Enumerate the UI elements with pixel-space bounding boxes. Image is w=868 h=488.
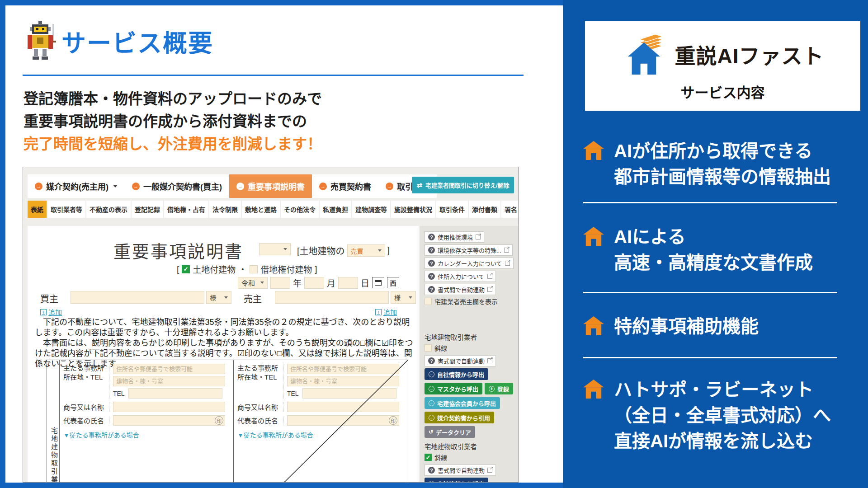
help-environment-button[interactable]: 使用推奨環境 bbox=[425, 231, 484, 243]
representative-label: 代表者の氏名 bbox=[63, 416, 109, 425]
app-screenshot: 媒介契約(売主用) 一般媒介契約書(買主) 重要事項説明書 売買契約書 取引台帳… bbox=[23, 167, 519, 483]
month-input[interactable] bbox=[304, 277, 324, 289]
feature-line: 直接AIが情報を流し込む bbox=[614, 428, 831, 454]
subtab-torihiki-joken[interactable]: 取引条件 bbox=[436, 201, 468, 218]
circle-arrow-icon bbox=[319, 183, 327, 190]
association-member-recall-button[interactable]: 宅建協会会員から呼出 bbox=[425, 397, 500, 409]
show-seller-column-row: 宅建業者売主欄を表示 bbox=[425, 297, 514, 306]
swap-arrows-icon: ⇄ bbox=[416, 181, 422, 189]
subtab-torihiki-gyosha[interactable]: 取引業者等 bbox=[47, 201, 85, 218]
year-input[interactable] bbox=[270, 277, 290, 289]
era-select[interactable]: 令和 bbox=[238, 277, 268, 289]
diagonal-row-2: 斜線 bbox=[425, 453, 514, 461]
buyer-name-input[interactable] bbox=[71, 291, 204, 304]
address-input[interactable] bbox=[287, 364, 399, 374]
dealer-transaction-switch-button[interactable]: ⇄ 宅建業者間取引に切り替え/解除 bbox=[412, 177, 514, 193]
subtab-fudosan-hyoji[interactable]: 不動産の表示 bbox=[86, 201, 131, 218]
add-buyer-link[interactable]: 追加 bbox=[40, 307, 62, 317]
help-address-button[interactable]: 住所入力について bbox=[425, 271, 496, 282]
diagonal-label: 斜線 bbox=[434, 343, 447, 352]
question-icon bbox=[428, 273, 435, 280]
tab-baibai-keiyaku[interactable]: 売買契約書 bbox=[312, 174, 378, 198]
building-input[interactable] bbox=[287, 376, 399, 386]
doc-title-select[interactable] bbox=[259, 243, 291, 255]
diagonal-checkbox-2[interactable] bbox=[425, 454, 432, 461]
broker-side-label: 宅地建物取引業者 bbox=[49, 427, 59, 483]
feature-line: ハトサポ・ラビーネット bbox=[614, 377, 831, 403]
recall-icon bbox=[429, 400, 434, 406]
leasehold-building-checkbox[interactable] bbox=[250, 265, 258, 273]
help-special-chars-button[interactable]: 環境依存文字等の特殊... bbox=[425, 244, 513, 256]
western-calendar-button[interactable]: 西 bbox=[387, 277, 399, 288]
help-calendar-button[interactable]: カレンダー入力について bbox=[425, 258, 514, 269]
day-input[interactable] bbox=[338, 277, 358, 289]
button-label: 登録 bbox=[497, 385, 509, 393]
add-seller-link[interactable]: 追加 bbox=[375, 307, 397, 317]
building-type-row: [ 土地付建物 ・ 借地権付建物 ] bbox=[177, 263, 317, 275]
subtab-hyoshi[interactable]: 表紙 bbox=[28, 201, 47, 218]
company-info-recall-button[interactable]: 自社情報から呼出 bbox=[425, 368, 488, 380]
plus-icon bbox=[489, 386, 495, 392]
representative-input[interactable] bbox=[113, 415, 225, 426]
feature-item-4: ハトサポ・ラビーネット （全日・全卓書式対応）へ 直接AIが情報を流し込む bbox=[583, 377, 831, 454]
subtab-sonota-horei[interactable]: その他法令 bbox=[281, 201, 319, 218]
company-input[interactable] bbox=[287, 402, 399, 412]
transaction-type-select[interactable]: 売買 bbox=[347, 244, 385, 257]
subtab-shikichi-doro[interactable]: 敷地と道路 bbox=[242, 201, 280, 218]
mediation-contract-quote-button[interactable]: 媒介契約書から引用 bbox=[425, 412, 494, 423]
feature-line: 高速・高精度な文書作成 bbox=[614, 250, 813, 276]
honorific-value: 様 bbox=[394, 293, 401, 302]
address-input[interactable] bbox=[113, 364, 225, 374]
subtab-shakuchiken[interactable]: 借地権・占有 bbox=[164, 201, 208, 218]
building-input[interactable] bbox=[113, 376, 225, 386]
broker-column-left: 主たる事務所 所在地・TEL TEL 商 bbox=[60, 360, 234, 483]
calendar-button[interactable] bbox=[372, 277, 384, 288]
office-label: 主たる事務所 所在地・TEL bbox=[237, 364, 283, 399]
help-sync-button-group2[interactable]: 書式間で自動連動 bbox=[425, 465, 496, 476]
buyer-honorific-select[interactable]: 様 bbox=[206, 291, 231, 304]
subtab-tempu-shorui[interactable]: 添付書類 bbox=[469, 201, 500, 218]
office-label-line2: 所在地・TEL bbox=[237, 373, 283, 382]
recall-icon bbox=[429, 481, 434, 483]
button-label: 自社情報から呼出 bbox=[437, 479, 484, 483]
tel-input[interactable] bbox=[302, 388, 396, 399]
panel-subtitle: サービス内容 bbox=[681, 81, 765, 102]
help-sync-button-group1[interactable]: 書式間で自動連動 bbox=[425, 355, 496, 366]
office-label-line1: 主たる事務所 bbox=[237, 364, 283, 373]
land-building-checkbox[interactable] bbox=[182, 265, 190, 273]
document-tab-bar: 媒介契約(売主用) 一般媒介契約書(買主) 重要事項説明書 売買契約書 取引台帳 bbox=[28, 174, 437, 198]
representative-input[interactable] bbox=[287, 415, 399, 426]
company-input[interactable] bbox=[113, 402, 225, 412]
register-button[interactable]: 登録 bbox=[485, 383, 513, 394]
subtab-shomei[interactable]: 署名 bbox=[501, 201, 519, 218]
branch-office-link[interactable]: ▼従たる事務所がある場合 bbox=[237, 430, 405, 439]
document-title: 重要事項説明書 bbox=[113, 238, 243, 263]
company-info-recall-button-2[interactable]: 自社情報から呼出 bbox=[425, 478, 488, 483]
buyer-label: 買主 bbox=[40, 292, 58, 305]
subtab-tatemono-chosa[interactable]: 建物調査等 bbox=[352, 201, 390, 218]
tel-input[interactable] bbox=[128, 388, 222, 399]
tab-juyo-jiko[interactable]: 重要事項説明書 bbox=[229, 174, 312, 198]
subtab-toki-kiroku[interactable]: 登記記録 bbox=[132, 201, 163, 218]
representative-label: 代表者の氏名 bbox=[237, 416, 283, 425]
show-seller-checkbox[interactable] bbox=[425, 298, 432, 305]
data-clear-button[interactable]: データクリア bbox=[425, 426, 475, 438]
land-building-label: 土地付建物 bbox=[193, 263, 236, 275]
seller-honorific-select[interactable]: 様 bbox=[391, 291, 416, 304]
subtab-shisetsu-seibi[interactable]: 施設整備状況 bbox=[391, 201, 435, 218]
subtab-shido-futan[interactable]: 私道負担 bbox=[320, 201, 351, 218]
tab-baikai-keiyaku[interactable]: 媒介契約(売主用) bbox=[28, 174, 125, 198]
help-sync-button[interactable]: 書式間で自動連動 bbox=[425, 284, 496, 295]
add-row: 追加 追加 bbox=[28, 307, 419, 317]
diagonal-checkbox-1[interactable] bbox=[425, 344, 432, 352]
diagonal-row-1: 斜線 bbox=[425, 344, 514, 352]
diagonal-label: 斜線 bbox=[434, 453, 447, 462]
branch-office-link[interactable]: ▼従たる事務所がある場合 bbox=[63, 430, 231, 439]
seller-name-input[interactable] bbox=[275, 291, 389, 304]
feature-text: ハトサポ・ラビーネット （全日・全卓書式対応）へ 直接AIが情報を流し込む bbox=[614, 377, 831, 454]
tab-ippan-baikai[interactable]: 一般媒介契約書(買主) bbox=[125, 174, 229, 198]
party-row: 買主 様 売主 様 bbox=[28, 291, 419, 304]
master-recall-button[interactable]: マスタから呼出 bbox=[425, 383, 482, 394]
subtab-horei-seigen[interactable]: 法令制限 bbox=[209, 201, 241, 218]
intro-text: 登記簿謄本・物件資料のアップロードのみで 重要事項説明書の作成から添付資料までの… bbox=[24, 88, 322, 155]
